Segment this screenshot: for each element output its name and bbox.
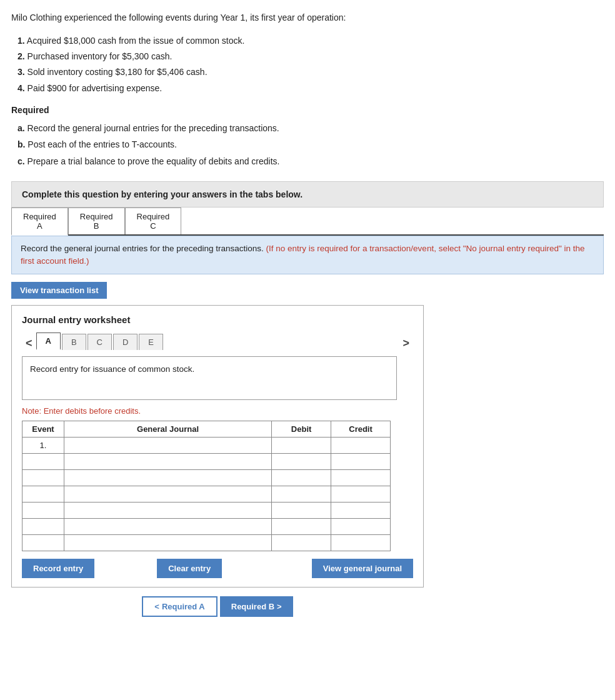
button-row: Record entry Clear entry View general jo… [22,559,413,578]
instruction-main: Record the general journal entries for t… [21,244,264,253]
debit-cell-1[interactable] [272,438,331,454]
worksheet-title: Journal entry worksheet [22,314,413,325]
debit-cell-6[interactable] [272,519,331,535]
required-list: a. Record the general journal entries fo… [18,120,604,170]
event-cell-5 [22,502,64,519]
credit-input-7[interactable] [335,538,386,548]
event-2: 2. Purchased inventory for $5,300 cash. [18,49,604,64]
credit-cell-4[interactable] [331,486,391,502]
event-cell-4 [22,486,64,502]
prev-entry-button[interactable]: < [22,337,36,350]
journal-cell-7[interactable] [64,535,271,551]
event-1: 1. Acquired $18,000 cash from the issue … [18,33,604,49]
credit-input-4[interactable] [335,489,386,499]
journal-cell-3[interactable] [64,470,271,486]
col-event: Event [22,421,64,438]
journal-input-3[interactable] [68,473,268,482]
journal-input-6[interactable] [68,522,268,531]
event-list: 1. Acquired $18,000 cash from the issue … [18,33,604,96]
prev-icon: < [154,602,159,611]
table-row [22,535,391,551]
bottom-nav: < Required A Required B > [11,596,424,617]
prev-required-button[interactable]: < Required A [142,596,217,617]
journal-cell-2[interactable] [64,454,271,470]
req-a: a. Record the general journal entries fo… [18,120,604,137]
table-row: 1. [22,438,391,454]
journal-input-7[interactable] [68,538,268,548]
debit-input-6[interactable] [276,522,327,531]
debit-cell-3[interactable] [272,470,331,486]
instruction-box: Record the general journal entries for t… [11,236,604,275]
table-row [22,454,391,470]
event-4: 4. Paid $900 for advertising expense. [18,81,604,96]
table-row [22,486,391,502]
event-cell-1: 1. [22,438,64,454]
main-tabs-row: RequiredA RequiredB RequiredC [11,208,604,236]
entry-note: Note: Enter debits before credits. [22,406,413,416]
debit-cell-4[interactable] [272,486,331,502]
journal-cell-1[interactable] [64,438,271,454]
col-debit: Debit [272,421,331,438]
credit-cell-7[interactable] [331,535,391,551]
table-row [22,519,391,535]
entry-tab-d[interactable]: D [113,334,138,350]
debit-cell-2[interactable] [272,454,331,470]
next-icon: > [277,602,282,611]
journal-cell-5[interactable] [64,502,271,519]
tab-required-a[interactable]: RequiredA [11,208,68,236]
event-3: 3. Sold inventory costing $3,180 for $5,… [18,64,604,80]
entry-tab-b[interactable]: B [62,334,86,350]
event-cell-3 [22,470,64,486]
debit-input-3[interactable] [276,473,327,482]
credit-input-3[interactable] [335,473,386,482]
debit-input-5[interactable] [276,506,327,515]
complete-box: Complete this question by entering your … [11,181,604,208]
entry-tab-a[interactable]: A [36,332,61,350]
journal-table: Event General Journal Debit Credit 1. [22,421,391,551]
event-cell-7 [22,535,64,551]
credit-cell-2[interactable] [331,454,391,470]
next-entry-button[interactable]: > [399,337,413,350]
tab-required-b[interactable]: RequiredB [68,208,125,234]
credit-input-1[interactable] [335,441,386,450]
journal-input-2[interactable] [68,457,268,466]
entry-tabs-row: < A B C D E > [22,332,413,350]
journal-input-5[interactable] [68,506,268,515]
req-c: c. Prepare a trial balance to prove the … [18,153,604,170]
entry-tab-e[interactable]: E [139,334,163,350]
event-cell-2 [22,454,64,470]
debit-input-4[interactable] [276,489,327,499]
credit-cell-1[interactable] [331,438,391,454]
event-cell-6 [22,519,64,535]
tab-required-c[interactable]: RequiredC [125,208,182,234]
next-required-button[interactable]: Required B > [220,596,293,617]
record-entry-button[interactable]: Record entry [22,559,94,578]
debit-input-2[interactable] [276,457,327,466]
journal-cell-4[interactable] [64,486,271,502]
credit-cell-5[interactable] [331,502,391,519]
journal-input-4[interactable] [68,489,268,499]
journal-input-1[interactable] [68,441,268,450]
col-general-journal: General Journal [64,421,271,438]
entry-description: Record entry for issuance of common stoc… [22,356,397,400]
credit-cell-3[interactable] [331,470,391,486]
required-heading: Required [11,105,604,115]
credit-input-5[interactable] [335,506,386,515]
view-transaction-button[interactable]: View transaction list [11,282,107,299]
debit-input-7[interactable] [276,538,327,548]
req-b: b. Post each of the entries to T-account… [18,136,604,153]
credit-cell-6[interactable] [331,519,391,535]
debit-cell-7[interactable] [272,535,331,551]
table-row [22,502,391,519]
view-general-journal-button[interactable]: View general journal [312,559,413,578]
journal-worksheet: Journal entry worksheet < A B C D E > Re… [11,305,424,588]
table-row [22,470,391,486]
credit-input-6[interactable] [335,522,386,531]
debit-input-1[interactable] [276,441,327,450]
clear-entry-button[interactable]: Clear entry [157,559,222,578]
entry-tab-c[interactable]: C [88,334,112,350]
credit-input-2[interactable] [335,457,386,466]
journal-cell-6[interactable] [64,519,271,535]
col-credit: Credit [331,421,391,438]
debit-cell-5[interactable] [272,502,331,519]
